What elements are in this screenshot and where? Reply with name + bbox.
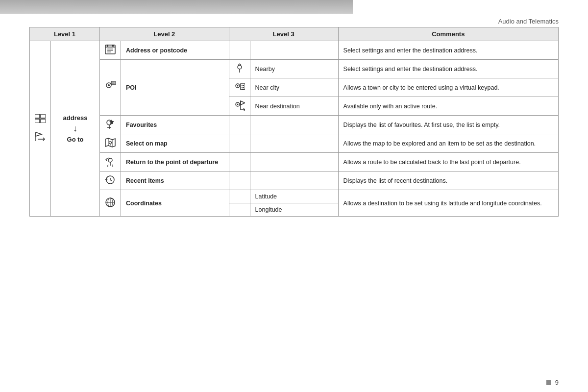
svg-marker-4 bbox=[36, 132, 42, 136]
table-row: Recent items Displays the list of recent… bbox=[30, 172, 559, 190]
page-number: 9 bbox=[555, 379, 559, 386]
comments-map: Allows the map to be explored and an ite… bbox=[338, 134, 558, 153]
table-row: Return to the point of departure Allows … bbox=[30, 153, 559, 172]
level2-icon-poi bbox=[100, 60, 121, 116]
level3-icon-nearby bbox=[229, 60, 250, 78]
content: Level 1 Level 2 Level 3 Comments bbox=[0, 27, 588, 226]
comments-return: Allows a route to be calculated back to … bbox=[338, 153, 558, 172]
level3-label-nearcity: Near city bbox=[250, 78, 338, 97]
level2-label-coords: Coordinates bbox=[121, 190, 229, 217]
footer: 9 bbox=[546, 379, 559, 386]
top-bar bbox=[0, 0, 353, 14]
level3-label-address bbox=[250, 41, 338, 60]
level3-icon-return bbox=[229, 153, 250, 172]
svg-rect-1 bbox=[41, 114, 46, 118]
table-row: Favourites Displays the list of favourit… bbox=[30, 116, 559, 134]
svg-rect-3 bbox=[41, 119, 46, 123]
comments-nearcity: Allows a town or city to be entered usin… bbox=[338, 78, 558, 97]
svg-rect-10 bbox=[112, 45, 114, 47]
level3-icon-recent bbox=[229, 172, 250, 190]
navigation-label: address bbox=[63, 114, 88, 122]
table-row: Coordinates Latitude Allows a destinatio… bbox=[30, 190, 559, 203]
col-header-level1: Level 1 bbox=[30, 27, 100, 41]
col-header-level2: Level 2 bbox=[100, 27, 229, 41]
level1-label-cell: address ↓ Go to bbox=[51, 41, 100, 217]
level2-icon-fav bbox=[100, 116, 121, 134]
svg-rect-28 bbox=[242, 87, 243, 88]
level2-icon-address bbox=[100, 41, 121, 60]
level2-label-poi: POI bbox=[121, 60, 229, 116]
comments-fav: Displays the list of favourites. At firs… bbox=[338, 116, 558, 134]
comments-recent: Displays the list of recent destinations… bbox=[338, 172, 558, 190]
table-row: POI Nearby Select settings and enter the… bbox=[30, 60, 559, 78]
svg-rect-9 bbox=[107, 45, 108, 47]
level2-label-recent: Recent items bbox=[121, 172, 229, 190]
level1-icon-cell bbox=[30, 41, 51, 217]
nav-icon-2 bbox=[35, 132, 46, 144]
level3-label-longitude: Longitude bbox=[250, 203, 338, 217]
level3-icon-fav bbox=[229, 116, 250, 134]
svg-rect-29 bbox=[243, 87, 244, 88]
col-header-level3: Level 3 bbox=[229, 27, 338, 41]
level2-icon-map bbox=[100, 134, 121, 153]
header-title: Audio and Telematics bbox=[498, 18, 559, 25]
level3-icon-address bbox=[229, 41, 250, 60]
nav-section: address ↓ Go to bbox=[56, 114, 95, 143]
main-table: Level 1 Level 2 Level 3 Comments bbox=[29, 27, 559, 217]
level2-icon-return bbox=[100, 153, 121, 172]
level3-label-map bbox=[250, 134, 338, 153]
col-header-comments: Comments bbox=[338, 27, 558, 41]
level3-icon-longitude bbox=[229, 203, 250, 217]
comments-coords: Allows a destination to be set using its… bbox=[338, 190, 558, 217]
svg-point-45 bbox=[108, 158, 112, 162]
table-row: Select on map Allows the map to be explo… bbox=[30, 134, 559, 153]
nav-icon-1 bbox=[35, 114, 46, 125]
level3-label-return bbox=[250, 153, 338, 172]
svg-rect-26 bbox=[242, 85, 243, 86]
svg-marker-40 bbox=[105, 138, 115, 147]
svg-line-16 bbox=[110, 82, 111, 83]
level3-icon-map bbox=[229, 134, 250, 153]
level2-icon-coords bbox=[100, 190, 121, 217]
level3-icon-latitude bbox=[229, 190, 250, 203]
svg-point-23 bbox=[237, 85, 238, 87]
svg-point-43 bbox=[109, 142, 112, 144]
svg-rect-27 bbox=[243, 85, 244, 86]
svg-point-32 bbox=[237, 104, 238, 105]
svg-marker-33 bbox=[241, 101, 245, 105]
comments-address: Select settings and enter the destinatio… bbox=[338, 41, 558, 60]
goto-label: Go to bbox=[67, 136, 84, 143]
svg-rect-0 bbox=[35, 114, 40, 118]
level3-label-fav bbox=[250, 116, 338, 134]
table-row: address ↓ Go to bbox=[30, 41, 559, 60]
comments-nearby: Select settings and enter the destinatio… bbox=[338, 60, 558, 78]
level3-label-nearby: Nearby bbox=[250, 60, 338, 78]
level2-label-address: Address or postcode bbox=[121, 41, 229, 60]
level3-label-recent bbox=[250, 172, 338, 190]
footer-square bbox=[546, 380, 551, 385]
svg-point-20 bbox=[238, 65, 242, 69]
level3-label-latitude: Latitude bbox=[250, 190, 338, 203]
svg-point-15 bbox=[108, 84, 110, 86]
level2-label-map: Select on map bbox=[121, 134, 229, 153]
level2-label-fav: Favourites bbox=[121, 116, 229, 134]
level2-icon-recent bbox=[100, 172, 121, 190]
level3-icon-nearcity bbox=[229, 78, 250, 97]
svg-rect-7 bbox=[105, 45, 115, 54]
svg-rect-2 bbox=[35, 119, 40, 123]
level3-label-neardest: Near destination bbox=[250, 97, 338, 116]
level2-label-return: Return to the point of departure bbox=[121, 153, 229, 172]
level3-icon-neardest bbox=[229, 97, 250, 116]
comments-neardest: Available only with an active route. bbox=[338, 97, 558, 116]
svg-rect-30 bbox=[242, 89, 244, 90]
header: Audio and Telematics bbox=[0, 14, 588, 27]
arrow-down: ↓ bbox=[73, 123, 77, 134]
